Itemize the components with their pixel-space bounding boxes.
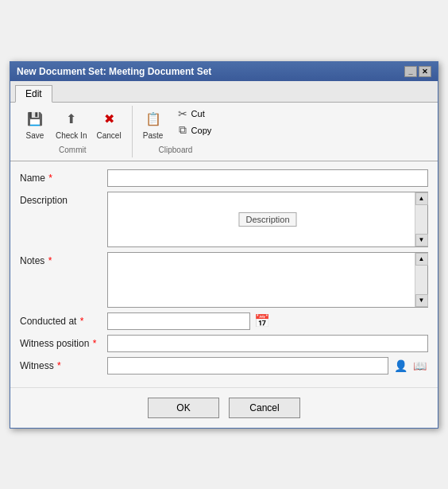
cut-copy-group: Cut Copy — [172, 106, 216, 142]
witness-label: Witness * — [20, 357, 107, 371]
commit-buttons: Save Check In Cancel — [20, 106, 126, 142]
notes-wrapper: ▲ ▼ — [107, 252, 428, 308]
save-button[interactable]: Save — [20, 106, 50, 142]
paste-button[interactable]: Paste — [136, 106, 171, 142]
description-wrapper: Description ▲ ▼ — [107, 192, 428, 247]
witness-position-required: * — [90, 338, 96, 349]
checkin-icon — [60, 108, 83, 130]
description-row: Description Description ▲ ▼ — [20, 192, 428, 247]
date-wrapper: 📅 — [107, 312, 428, 330]
witness-book-icon[interactable]: 📖 — [411, 357, 428, 375]
witness-position-label: Witness position * — [20, 335, 107, 349]
description-label: Description — [20, 192, 107, 206]
tab-edit[interactable]: Edit — [15, 85, 52, 103]
witness-input[interactable] — [107, 357, 388, 375]
ribbon-group-commit: Save Check In Cancel Commit — [17, 106, 133, 157]
clipboard-buttons: Paste Cut Copy — [136, 106, 216, 142]
tabs-bar: Edit — [10, 81, 438, 103]
checkin-button[interactable]: Check In — [52, 106, 91, 142]
ribbon-group-clipboard: Paste Cut Copy Clipboard — [133, 106, 222, 157]
name-required: * — [46, 173, 52, 184]
witness-required: * — [55, 360, 61, 371]
title-bar-buttons: _ ✕ — [404, 66, 431, 77]
witness-person-icon[interactable]: 👤 — [392, 357, 409, 375]
paste-label: Paste — [143, 131, 164, 140]
checkin-label: Check In — [56, 131, 87, 140]
witness-field: 👤 📖 — [107, 357, 428, 375]
notes-label: Notes * — [20, 252, 107, 266]
cancel-ribbon-button[interactable]: Cancel — [92, 106, 125, 142]
cut-button[interactable]: Cut — [172, 106, 216, 122]
name-field — [107, 169, 428, 187]
calendar-icon[interactable]: 📅 — [253, 312, 271, 330]
conducted-at-field: 📅 — [107, 312, 428, 330]
notes-scroll-track — [415, 266, 427, 294]
witness-position-row: Witness position * — [20, 335, 428, 352]
notes-scroll-down[interactable]: ▼ — [415, 294, 428, 307]
notes-field: ▲ ▼ — [107, 252, 428, 308]
notes-row: Notes * ▲ ▼ — [20, 252, 428, 308]
cut-label: Cut — [191, 109, 205, 118]
scissors-icon — [176, 107, 189, 120]
notes-textarea[interactable] — [108, 253, 427, 307]
clipboard-group-label: Clipboard — [159, 146, 193, 154]
conducted-at-label: Conducted at * — [20, 312, 107, 327]
witness-wrapper: 👤 📖 — [107, 357, 428, 375]
save-icon — [24, 108, 46, 130]
name-row: Name * — [20, 169, 428, 187]
witness-icons: 👤 📖 — [392, 357, 428, 375]
scroll-up-arrow[interactable]: ▲ — [415, 192, 428, 205]
conducted-at-required: * — [77, 316, 83, 327]
minimize-button[interactable]: _ — [404, 66, 417, 77]
conducted-at-input[interactable] — [107, 312, 250, 330]
cancel-button[interactable]: Cancel — [229, 398, 300, 418]
cancel-icon — [98, 108, 120, 130]
copy-button[interactable]: Copy — [172, 122, 216, 138]
description-textarea[interactable] — [108, 192, 427, 246]
commit-group-label: Commit — [59, 146, 86, 154]
copy-icon — [176, 124, 189, 137]
ribbon: Save Check In Cancel Commit Paste — [10, 103, 438, 161]
cancel-ribbon-label: Cancel — [96, 131, 121, 140]
title-bar: New Document Set: Meeting Document Set _… — [10, 62, 438, 81]
description-scrollbar[interactable]: ▲ ▼ — [415, 192, 427, 246]
form-area: Name * Description Description ▲ ▼ — [10, 161, 438, 387]
footer-buttons: OK Cancel — [10, 387, 438, 428]
main-window: New Document Set: Meeting Document Set _… — [10, 61, 438, 429]
conducted-at-row: Conducted at * 📅 — [20, 312, 428, 330]
name-label: Name * — [20, 169, 107, 184]
save-label: Save — [26, 131, 44, 140]
witness-position-input[interactable] — [107, 335, 428, 352]
scroll-track — [415, 205, 427, 234]
close-button[interactable]: ✕ — [419, 66, 431, 77]
ok-button[interactable]: OK — [148, 398, 219, 418]
paste-icon — [142, 108, 164, 130]
witness-row: Witness * 👤 📖 — [20, 357, 428, 375]
notes-scroll-up[interactable]: ▲ — [415, 253, 428, 266]
window-title: New Document Set: Meeting Document Set — [17, 66, 211, 77]
notes-scrollbar[interactable]: ▲ ▼ — [415, 253, 427, 307]
scroll-down-arrow[interactable]: ▼ — [415, 234, 428, 246]
witness-position-field — [107, 335, 428, 352]
copy-label: Copy — [191, 126, 212, 135]
description-field: Description ▲ ▼ — [107, 192, 428, 247]
name-input[interactable] — [107, 169, 428, 187]
notes-required: * — [45, 255, 52, 266]
